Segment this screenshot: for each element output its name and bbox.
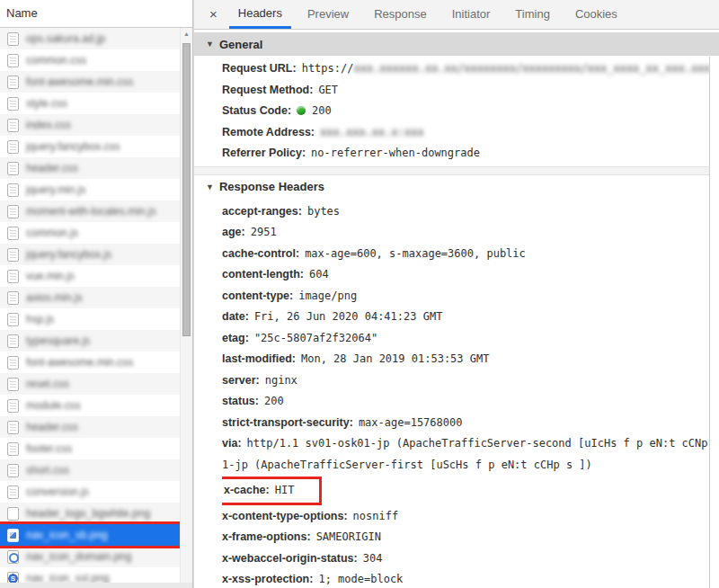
chevron-down-icon: ▼ xyxy=(206,40,214,49)
header-value: 200 xyxy=(264,395,284,407)
tab-cookies[interactable]: Cookies xyxy=(566,0,626,29)
sidebar-scrollbar[interactable]: ▲ xyxy=(180,28,192,583)
network-request-row[interactable]: common.js xyxy=(0,222,180,244)
network-request-row[interactable]: nav_icon_domain.png xyxy=(0,546,180,567)
header-value: max-age=15768000 xyxy=(359,416,463,429)
file-name: module.css xyxy=(26,399,81,412)
header-name: Status Code: xyxy=(222,104,291,117)
file-name: short.css xyxy=(26,464,69,477)
scroll-up-icon[interactable]: ▲ xyxy=(181,28,192,40)
file-name: style.css xyxy=(26,97,67,110)
status-ok-icon xyxy=(297,106,306,115)
document-icon xyxy=(7,183,19,197)
chevron-down-icon: ▼ xyxy=(206,183,214,192)
tab-preview[interactable]: Preview xyxy=(298,0,358,29)
header-name: Request Method: xyxy=(222,84,313,96)
annotation-box: x-cache:HIT xyxy=(222,477,322,505)
network-request-row[interactable]: ops.sakura.ad.jp xyxy=(0,28,180,49)
network-request-row[interactable]: moment-with-locales.min.js xyxy=(0,200,180,222)
file-name: common.css xyxy=(26,54,86,67)
header-name: etag: xyxy=(222,332,249,344)
network-request-row[interactable]: jquery.fancybox.css xyxy=(0,136,180,157)
sidebar-bottom-scroll-track[interactable] xyxy=(0,583,192,588)
network-request-row[interactable]: typesquare.js xyxy=(0,330,180,352)
close-icon[interactable]: × xyxy=(201,0,226,29)
network-request-row[interactable]: common.css xyxy=(0,49,180,71)
header-value: Fri, 26 Jun 2020 04:41:23 GMT xyxy=(254,310,443,323)
network-request-row[interactable]: header_logo_bgwhite.png xyxy=(0,503,180,524)
network-request-row[interactable]: footer.css xyxy=(0,438,180,459)
header-value: 2951 xyxy=(251,226,277,238)
network-request-row[interactable]: vue.min.js xyxy=(0,265,180,287)
tab-response[interactable]: Response xyxy=(365,0,436,29)
network-request-row[interactable]: hsp.js xyxy=(0,308,180,330)
tab-timing[interactable]: Timing xyxy=(506,0,559,29)
general-section-header[interactable]: ▼ General xyxy=(194,32,719,56)
redacted-value: xxx.xxx.xx.x:xxx xyxy=(320,126,424,138)
redacted-value: xxx.xxxxxx.xx.xx/xxxxxxxx/xxxxxxxxx/xxx_… xyxy=(353,62,710,75)
header-field-statuscode: Status Code:200 xyxy=(222,101,719,122)
header-value: "25c-5807af2f32064" xyxy=(254,332,377,344)
file-name: axios.min.js xyxy=(26,291,83,304)
network-request-row[interactable]: header.css xyxy=(0,157,180,179)
details-tab-bar: × HeadersPreviewResponseInitiatorTimingC… xyxy=(194,0,719,30)
header-value: 304 xyxy=(363,552,383,565)
header-value: 604 xyxy=(309,268,329,281)
tab-list: HeadersPreviewResponseInitiatorTimingCoo… xyxy=(226,0,630,29)
network-request-row[interactable]: font-awesome.min.css xyxy=(0,71,180,93)
document-icon xyxy=(7,97,19,111)
network-request-row[interactable]: jquery.fancybox.js xyxy=(0,244,180,265)
network-request-row[interactable]: reset.css xyxy=(0,373,180,395)
tab-initiator[interactable]: Initiator xyxy=(443,0,500,29)
network-request-row[interactable]: style.css xyxy=(0,93,180,114)
document-icon xyxy=(7,334,19,348)
network-request-row[interactable]: jquery.min.js xyxy=(0,179,180,200)
header-name: content-length: xyxy=(222,268,304,281)
header-name: strict-transport-security: xyxy=(222,416,353,429)
network-request-row[interactable]: short.css xyxy=(0,459,180,481)
network-request-row[interactable]: font-awesome.min.css xyxy=(0,352,180,373)
header-field-content-type: content-type:image/png xyxy=(222,286,719,307)
header-field-accept-ranges: accept-ranges:bytes xyxy=(222,201,719,223)
document-icon xyxy=(7,76,19,89)
file-name: typesquare.js xyxy=(26,334,90,347)
network-request-row[interactable]: nav_icon_sb.png xyxy=(0,524,180,546)
devtools-network-panel: Name ops.sakura.ad.jpcommon.cssfont-awes… xyxy=(0,0,719,588)
document-icon xyxy=(7,54,19,67)
panel-scrollbar-gutter[interactable] xyxy=(709,57,719,588)
section-divider xyxy=(194,166,719,175)
network-request-row[interactable]: conversion.js xyxy=(0,481,180,503)
image-circle-icon xyxy=(7,550,19,564)
file-name: common.js xyxy=(26,227,78,239)
header-field-server: server:nginx xyxy=(222,370,719,392)
file-name: jquery.min.js xyxy=(26,183,85,196)
header-value: GET xyxy=(318,84,338,96)
header-field-last-modified: last-modified:Mon, 28 Jan 2019 01:53:53 … xyxy=(222,349,719,370)
network-request-row[interactable]: header.css xyxy=(0,416,180,438)
network-request-row[interactable]: index.css xyxy=(0,114,180,136)
scrollbar-thumb[interactable] xyxy=(182,43,191,336)
name-column-header[interactable]: Name xyxy=(0,0,192,28)
network-request-row[interactable]: axios.min.js xyxy=(0,287,180,308)
file-name: footer.css xyxy=(26,442,72,455)
response-headers-section-header[interactable]: ▼ Response Headers xyxy=(194,175,719,199)
header-name: date: xyxy=(222,310,249,323)
file-name: nav_icon_domain.png xyxy=(26,550,131,563)
header-name: Referrer Policy: xyxy=(222,147,306,159)
request-details-panel: × HeadersPreviewResponseInitiatorTimingC… xyxy=(193,0,719,588)
header-field-etag: etag:"25c-5807af2f32064" xyxy=(222,328,719,350)
header-value: image/png xyxy=(298,290,357,302)
response-header-rows: accept-ranges:bytesage:2951cache-control… xyxy=(194,199,719,588)
header-field-x-frame-options: x-frame-options:SAMEORIGIN xyxy=(222,527,719,548)
headers-content: ▼ General Request URL:https://xxx.xxxxxx… xyxy=(194,30,719,588)
tab-headers[interactable]: Headers xyxy=(229,0,291,29)
network-request-row[interactable]: module.css xyxy=(0,395,180,416)
header-name: x-frame-options: xyxy=(222,530,311,543)
header-value: max-age=600, s-maxage=3600, public xyxy=(305,247,526,260)
header-value-continued: 1-jp (ApacheTrafficServer-first [uScHs f… xyxy=(222,455,708,477)
file-name: font-awesome.min.css xyxy=(26,76,133,88)
document-icon xyxy=(7,356,19,370)
document-icon xyxy=(7,313,19,326)
file-name: conversion.js xyxy=(26,486,89,498)
document-icon xyxy=(7,399,19,413)
